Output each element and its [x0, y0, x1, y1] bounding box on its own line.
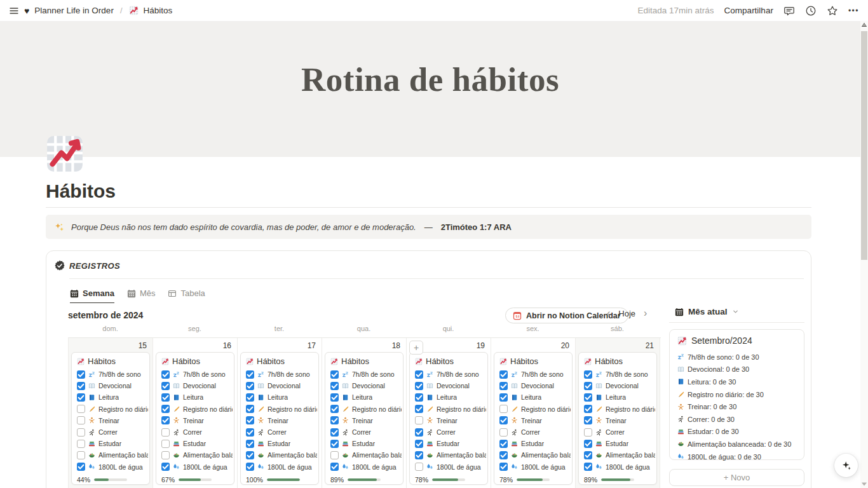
checkbox-checked[interactable] [77, 370, 85, 379]
tab-tabela[interactable]: Tabela [168, 288, 205, 303]
checkbox-checked[interactable] [499, 463, 508, 471]
checkbox-checked[interactable] [330, 463, 339, 471]
checkbox-checked[interactable] [246, 428, 254, 437]
habit-card[interactable]: Hábitos7h/8h de sonoDevocionalLeituraReg… [494, 352, 573, 485]
checkbox-checked[interactable] [77, 463, 85, 471]
today-navigation: ‹ Hoje › [607, 308, 647, 318]
checkbox-checked[interactable] [584, 451, 592, 459]
breadcrumb-workspace[interactable]: Planner Life in Order [34, 6, 114, 15]
checkbox-checked[interactable] [246, 382, 254, 390]
checkbox-checked[interactable] [499, 382, 508, 390]
checkbox-checked[interactable] [415, 393, 423, 402]
checkbox-unchecked[interactable] [77, 416, 85, 424]
checkbox-unchecked[interactable] [415, 463, 423, 471]
checkbox-checked[interactable] [246, 416, 254, 424]
checkbox-unchecked[interactable] [161, 428, 170, 437]
checkbox-checked[interactable] [330, 393, 339, 402]
checkbox-checked[interactable] [330, 428, 339, 437]
habit-card[interactable]: Hábitos7h/8h de sonoDevocionalLeituraReg… [409, 352, 488, 485]
scroll-up-arrow[interactable] [862, 23, 867, 27]
scrollbar[interactable] [860, 21, 868, 488]
checkbox-unchecked[interactable] [584, 428, 592, 437]
checkbox-checked[interactable] [161, 463, 170, 471]
habit-card[interactable]: Hábitos7h/8h de sonoDevocionalLeituraReg… [325, 352, 403, 485]
today-button[interactable]: Hoje [618, 309, 635, 318]
checkbox-checked[interactable] [499, 440, 508, 448]
checkbox-checked[interactable] [246, 440, 254, 448]
checkbox-unchecked[interactable] [77, 405, 85, 413]
history-clock-icon[interactable] [805, 5, 817, 17]
checkbox-checked[interactable] [330, 370, 339, 379]
checkbox-checked[interactable] [246, 370, 254, 379]
hamburger-menu-icon[interactable] [9, 6, 19, 16]
checkbox-checked[interactable] [584, 370, 592, 379]
checkbox-checked[interactable] [415, 451, 423, 459]
checkbox-unchecked[interactable] [77, 451, 85, 459]
checkbox-checked[interactable] [584, 382, 592, 390]
checkbox-checked[interactable] [415, 370, 423, 379]
add-event-button[interactable]: + [409, 341, 423, 355]
checkbox-checked[interactable] [584, 405, 592, 413]
checkbox-checked[interactable] [330, 382, 339, 390]
checkbox-checked[interactable] [330, 405, 339, 413]
runner-icon [511, 429, 518, 436]
checkbox-checked[interactable] [499, 416, 508, 424]
month-view-selector[interactable]: Mês atual [675, 307, 739, 316]
checkbox-unchecked[interactable] [415, 416, 423, 424]
share-button[interactable]: Compartilhar [724, 6, 773, 15]
checkbox-checked[interactable] [161, 405, 170, 413]
checkbox-checked[interactable] [584, 440, 592, 448]
tab-semana[interactable]: Semana [70, 288, 114, 303]
checkbox-checked[interactable] [246, 463, 254, 471]
checkbox-checked[interactable] [499, 393, 508, 402]
next-week-chevron[interactable]: › [644, 308, 647, 318]
checkbox-checked[interactable] [161, 370, 170, 379]
date-label: 16 [153, 338, 237, 352]
checkbox-unchecked[interactable] [161, 440, 170, 448]
checkbox-checked[interactable] [415, 382, 423, 390]
scroll-down-arrow[interactable] [862, 482, 867, 486]
checkbox-unchecked[interactable] [77, 440, 85, 448]
scrollbar-thumb[interactable] [861, 31, 867, 260]
checkbox-checked[interactable] [584, 393, 592, 402]
checkbox-checked[interactable] [161, 382, 170, 390]
checkbox-checked[interactable] [584, 463, 592, 471]
habit-card[interactable]: Hábitos7h/8h de sonoDevocionalLeituraReg… [240, 352, 319, 485]
checkbox-checked[interactable] [246, 393, 254, 402]
checkbox-unchecked[interactable] [77, 428, 85, 437]
checkbox-checked[interactable] [246, 405, 254, 413]
breadcrumb-page[interactable]: Hábitos [144, 6, 173, 15]
new-entry-button[interactable]: + Novo [669, 469, 804, 486]
habit-card[interactable]: Hábitos7h/8h de sonoDevocionalLeituraReg… [71, 352, 150, 485]
water-icon [677, 453, 684, 460]
checkbox-checked[interactable] [330, 440, 339, 448]
bluebook-icon [257, 394, 264, 401]
checkbox-checked[interactable] [330, 416, 339, 424]
checkbox-unchecked[interactable] [330, 451, 339, 459]
favorite-star-icon[interactable] [827, 5, 838, 17]
page-icon-chart-increasing[interactable] [45, 134, 85, 173]
checkbox-checked[interactable] [499, 451, 508, 459]
notion-ai-button[interactable] [834, 454, 858, 477]
habit-card[interactable]: Hábitos7h/8h de sonoDevocionalLeituraReg… [578, 352, 657, 485]
checkbox-checked[interactable] [77, 393, 85, 402]
checkbox-unchecked[interactable] [499, 405, 508, 413]
checkbox-checked[interactable] [77, 382, 85, 390]
tab-mês[interactable]: Mês [127, 288, 156, 303]
checkbox-unchecked[interactable] [161, 451, 170, 459]
more-options-icon[interactable]: ••• [848, 6, 859, 15]
habit-card[interactable]: Hábitos7h/8h de sonoDevocionalLeituraReg… [156, 352, 234, 485]
checkbox-checked[interactable] [415, 405, 423, 413]
checkbox-checked[interactable] [161, 416, 170, 424]
checkbox-checked[interactable] [584, 416, 592, 424]
month-summary-card[interactable]: Setembro/2024 7h/8h de sono: 0 de 30Devo… [669, 329, 804, 460]
checkbox-checked[interactable] [415, 428, 423, 437]
checkbox-checked[interactable] [415, 440, 423, 448]
comments-icon[interactable] [783, 5, 795, 17]
checkbox-unchecked[interactable] [499, 428, 508, 437]
checkbox-checked[interactable] [161, 393, 170, 402]
checkbox-checked[interactable] [246, 451, 254, 459]
checkbox-checked[interactable] [499, 370, 508, 379]
prev-week-chevron[interactable]: ‹ [607, 308, 610, 318]
pen-icon [88, 405, 95, 412]
